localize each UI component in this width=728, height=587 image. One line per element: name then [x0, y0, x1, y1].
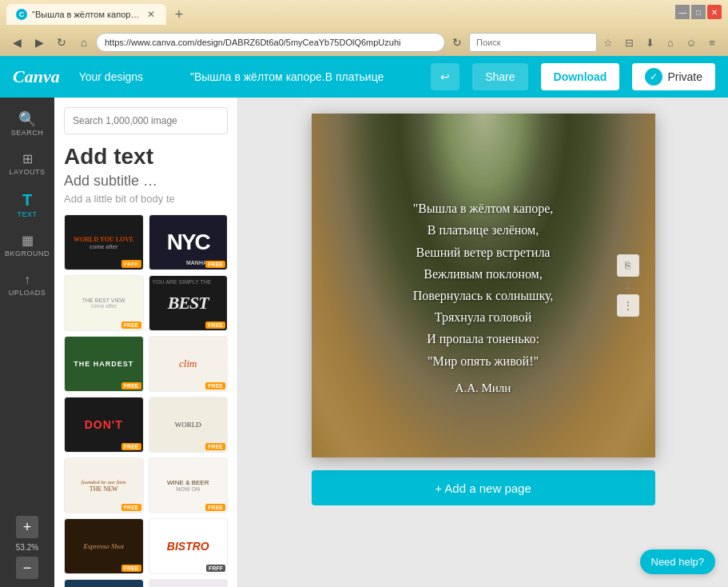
free-badge: FREE [205, 382, 225, 389]
sidebar-item-text[interactable]: T TEXT [0, 184, 54, 226]
sidebar-uploads-label: UPLOADS [9, 289, 46, 297]
preset-item-thenew[interactable]: founded by our fans THE NEW FREE [64, 457, 144, 513]
back-button[interactable]: ◀ [6, 32, 27, 53]
preset-item-hardest[interactable]: THE HARDEST FREE [64, 336, 144, 392]
sidebar-layouts-label: LAYOUTS [10, 168, 46, 176]
free-badge: FREE [205, 443, 225, 450]
sidebar-search-label: SEARCH [11, 129, 44, 137]
free-badge: FREE [205, 261, 225, 268]
check-circle-icon: ✓ [645, 68, 662, 86]
preset-item-bestview[interactable]: THE BEST VIEW come after FREE [64, 275, 144, 331]
page-number: 1 [617, 280, 639, 291]
need-help-button[interactable]: Need help? [640, 549, 716, 574]
browser-tab[interactable]: C "Вышла в жёлтом капоре..." ✕ [6, 4, 166, 25]
bookmark-icon[interactable]: ⊟ [619, 33, 638, 52]
image-search-input[interactable] [64, 107, 228, 134]
preset-item-world2[interactable]: WORLD FREE [149, 397, 229, 453]
canvas-poem-text: "Вышла в жёлтом капоре, В платьице зелён… [328, 176, 638, 372]
close-button[interactable]: ✕ [707, 5, 722, 19]
preset-item-nyc[interactable]: NYC MANHA FREE [149, 214, 229, 270]
preset-item-fairy[interactable]: Fairy Store FREE [149, 579, 229, 587]
preset-item-clim[interactable]: clim FREE [149, 336, 229, 392]
undo-button[interactable]: ↩ [431, 63, 459, 90]
page-tools: ⎘ 1 ⋮ [617, 254, 639, 317]
sidebar-text-label: TEXT [17, 210, 37, 218]
zoom-out-button[interactable]: − [16, 557, 38, 579]
preset-item-espresso[interactable]: Espresso Shot FREE [64, 518, 144, 574]
home-action-icon[interactable]: ⌂ [661, 33, 680, 52]
copy-page-button[interactable]: ⎘ [617, 254, 639, 277]
text-icon: T [22, 192, 32, 208]
tab-favicon: C [16, 9, 27, 20]
maximize-button[interactable]: □ [691, 5, 706, 19]
free-badge: FREE [205, 321, 225, 329]
free-badge: FRFF [206, 565, 225, 572]
canvas-text-overlay[interactable]: "Вышла в жёлтом капоре, В платьице зелён… [328, 176, 638, 395]
preset-item-dont[interactable]: DON'T FREE [64, 397, 144, 453]
profile-icon[interactable]: ☺ [682, 33, 701, 52]
free-badge: FREE [121, 260, 141, 268]
free-badge: FREE [121, 321, 141, 329]
canvas-author-text: А.А. Милн [328, 381, 638, 395]
browser-action-buttons: ☆ ⊟ ⬇ ⌂ ☺ ≡ [599, 33, 722, 52]
new-tab-button[interactable]: + [169, 5, 189, 24]
free-badge: FREE [205, 504, 225, 511]
minimize-button[interactable]: — [675, 5, 690, 19]
sidebar-item-layouts[interactable]: ⊞ LAYOUTS [0, 145, 54, 184]
private-button[interactable]: ✓ Private [632, 63, 715, 90]
add-text-button[interactable]: Add text [64, 144, 228, 170]
canvas-page[interactable]: "Вышла в жёлтом капоре, В платьице зелён… [312, 114, 655, 457]
search-icon: 🔍 [18, 112, 36, 126]
private-label: Private [667, 70, 702, 83]
zoom-in-button[interactable]: + [16, 516, 38, 538]
menu-icon[interactable]: ≡ [702, 33, 722, 52]
free-badge: FREE [121, 382, 141, 389]
canva-logo[interactable]: Canva [13, 66, 60, 87]
layouts-icon: ⊞ [22, 153, 33, 166]
preset-item-best[interactable]: BEST YOU ARE SIMPLY THE FREE [149, 275, 229, 331]
forward-button[interactable]: ▶ [29, 32, 50, 53]
text-panel: Add text Add subtitle … Add a little bit… [54, 98, 238, 587]
window-controls: — □ ✕ [675, 5, 722, 19]
add-body-button[interactable]: Add a little bit of body te [64, 193, 228, 205]
uploads-icon: ↑ [24, 274, 30, 286]
add-subtitle-button[interactable]: Add subtitle … [64, 173, 228, 190]
your-designs-link[interactable]: Your designs [79, 70, 143, 83]
tab-title: "Вышла в жёлтом капоре..." [32, 10, 141, 19]
reload-button[interactable]: ↻ [447, 32, 467, 53]
sidebar-background-label: BKGROUND [5, 250, 50, 258]
sidebar-item-uploads[interactable]: ↑ UPLOADS [0, 266, 54, 305]
browser-search-input[interactable] [469, 33, 597, 52]
background-icon: ▦ [22, 234, 34, 247]
free-badge: FREE [121, 565, 141, 572]
undo-icon: ↩ [440, 70, 450, 83]
refresh-button[interactable]: ↻ [51, 32, 72, 53]
app-body: 🔍 SEARCH ⊞ LAYOUTS T TEXT ▦ BKGROUND ↑ U… [0, 98, 728, 587]
free-badge: FREE [121, 443, 141, 450]
home-button[interactable]: ⌂ [74, 32, 94, 53]
sidebar-item-background[interactable]: ▦ BKGROUND [0, 226, 54, 266]
page-options-button[interactable]: ⋮ [617, 294, 639, 317]
preset-item-bistro[interactable]: BISTRO FRFF [149, 518, 229, 574]
share-button[interactable]: Share [472, 63, 527, 90]
zoom-controls: + 53.2% − [0, 514, 54, 587]
download-button[interactable]: Download [541, 63, 620, 90]
canvas-area: "Вышла в жёлтом капоре, В платьице зелён… [238, 98, 728, 587]
design-title: "Вышла в жёлтом капоре.В платьице [156, 70, 418, 83]
sidebar: 🔍 SEARCH ⊞ LAYOUTS T TEXT ▦ BKGROUND ↑ U… [0, 98, 54, 587]
sidebar-item-search[interactable]: 🔍 SEARCH [0, 104, 54, 145]
free-badge: FREE [121, 504, 141, 511]
address-bar[interactable] [96, 33, 445, 52]
canva-header: Canva Your designs "Вышла в жёлтом капор… [0, 56, 728, 98]
preset-item-wine[interactable]: WINE & BEER NOW ON FREE [149, 457, 229, 513]
zoom-value: 53.2% [16, 540, 38, 555]
preset-item-exhibition[interactable]: EXHIBITION ON NOW FREE [64, 579, 144, 587]
tab-close-button[interactable]: ✕ [145, 9, 157, 20]
text-presets-grid: WORLD YOU LOVE come after FREE NYC MANHA… [64, 214, 228, 587]
star-icon[interactable]: ☆ [599, 33, 618, 52]
download-icon[interactable]: ⬇ [640, 33, 659, 52]
add-page-button[interactable]: + Add a new page [312, 470, 655, 505]
preset-item-world[interactable]: WORLD YOU LOVE come after FREE [64, 214, 144, 270]
